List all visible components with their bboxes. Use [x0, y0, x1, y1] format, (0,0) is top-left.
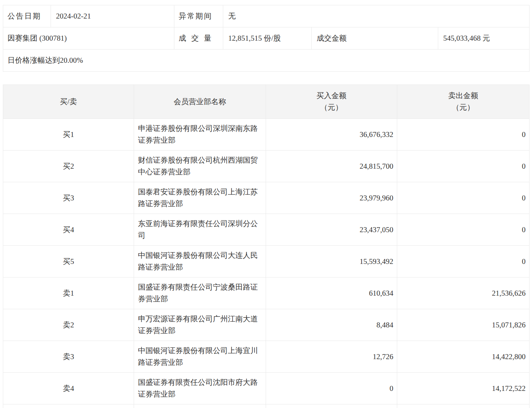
table-row: 卖3 中国银河证券股份有限公司上海宜川路证券营业部 12,726 14,422,… — [3, 341, 530, 373]
buy-amount-cell: 8,484 — [266, 309, 397, 341]
turnover-label: 成交金额 — [312, 27, 438, 50]
table-row: 买3 国泰君安证券股份有限公司上海江苏路证券营业部 23,979,960 0 — [3, 182, 530, 214]
lhb-header-row: 买/卖 会员营业部名称 买入金额 （元） 卖出金额 （元） — [3, 85, 530, 119]
side-cell: 买1 — [3, 119, 134, 151]
announce-date-label-cell: 公告日期 — [3, 5, 51, 27]
header-sell-title: 卖出金额 — [399, 90, 527, 102]
side-cell: 卖3 — [3, 341, 134, 373]
sell-amount-cell: 0 — [397, 246, 530, 277]
branch-cell: 国泰君安证券股份有限公司上海江苏路证券营业部 — [134, 182, 266, 214]
branch-cell: 东亚前海证券有限责任公司深圳分公司 — [134, 214, 266, 246]
table-row: 卖5 华鑫证券有限责任公司西安分公司 704,172 12,696,306 — [3, 404, 530, 408]
header-buy-unit: （元） — [268, 102, 395, 113]
sell-amount-cell: 0 — [397, 182, 530, 214]
lhb-table-header: 买/卖 会员营业部名称 买入金额 （元） 卖出金额 （元） — [3, 85, 530, 119]
volume-label-cell: 成交量 — [174, 27, 223, 50]
sell-amount-cell: 14,422,800 — [397, 341, 530, 373]
buy-amount-cell: 24,815,700 — [266, 151, 397, 182]
buy-amount-cell: 23,979,960 — [266, 182, 397, 214]
sell-amount-cell: 0 — [397, 151, 530, 182]
announce-date-label: 公告日期 — [7, 10, 40, 22]
table-row: 买2 财信证券股份有限公司杭州西湖国贸中心证券营业部 24,815,700 0 — [3, 151, 530, 182]
announce-date-value: 2024-02-21 — [51, 5, 174, 27]
header-buy-title: 买入金额 — [268, 90, 395, 102]
header-buy: 买入金额 （元） — [266, 85, 397, 119]
branch-cell: 申万宏源证券有限公司广州江南大道证券营业部 — [134, 309, 266, 341]
table-row: 买4 东亚前海证券有限责任公司深圳分公司 23,437,050 0 — [3, 214, 530, 246]
abnormal-period-label: 异常期间 — [179, 10, 211, 22]
header-side: 买/卖 — [3, 85, 134, 119]
stock-name: 因赛集团 (300781) — [3, 27, 174, 50]
branch-cell: 财信证券股份有限公司杭州西湖国贸中心证券营业部 — [134, 151, 266, 182]
buy-amount-cell: 15,593,492 — [266, 246, 397, 277]
side-cell: 买2 — [3, 151, 134, 182]
buy-amount-cell: 23,437,050 — [266, 214, 397, 246]
sell-amount-cell: 15,071,826 — [397, 309, 530, 341]
volume-label: 成交量 — [179, 32, 211, 44]
header-branch: 会员营业部名称 — [134, 85, 266, 119]
sell-amount-cell: 12,696,306 — [397, 404, 530, 408]
table-row: 卖4 国盛证券有限责任公司沈阳市府大路证券营业部 0 14,172,522 — [3, 373, 530, 404]
side-cell: 卖4 — [3, 373, 134, 404]
side-cell: 买5 — [3, 246, 134, 277]
buy-amount-cell: 12,726 — [266, 341, 397, 373]
side-cell: 卖2 — [3, 309, 134, 341]
table-row: 卖2 申万宏源证券有限公司广州江南大道证券营业部 8,484 15,071,82… — [3, 309, 530, 341]
table-row: 卖1 国盛证券有限责任公司宁波桑田路证券营业部 610,634 21,536,6… — [3, 277, 530, 309]
branch-cell: 国盛证券有限责任公司宁波桑田路证券营业部 — [134, 277, 266, 309]
lhb-table-body: 买1 申港证券股份有限公司深圳深南东路证券营业部 36,676,332 0 买2… — [3, 119, 530, 408]
buy-amount-cell: 36,676,332 — [266, 119, 397, 151]
branch-cell: 国盛证券有限责任公司沈阳市府大路证券营业部 — [134, 373, 266, 404]
abnormal-period-value: 无 — [223, 5, 530, 27]
branch-cell: 中国银河证券股份有限公司上海宜川路证券营业部 — [134, 341, 266, 373]
side-cell: 卖1 — [3, 277, 134, 309]
turnover-value: 545,033,468 元 — [438, 27, 530, 50]
reason-text: 日价格涨幅达到20.00% — [3, 50, 530, 72]
header-sell: 卖出金额 （元） — [397, 85, 530, 119]
lhb-table: 买/卖 会员营业部名称 买入金额 （元） 卖出金额 （元） 买1 申港证券股份有… — [3, 85, 530, 408]
side-cell: 买3 — [3, 182, 134, 214]
buy-amount-cell: 610,634 — [266, 277, 397, 309]
summary-row-volume: 因赛集团 (300781) 成交量 12,851,515 份/股 成交金额 54… — [3, 27, 530, 50]
summary-table: 公告日期 2024-02-21 异常期间 无 因赛集团 (300781) 成交量… — [3, 5, 530, 72]
sell-amount-cell: 14,172,522 — [397, 373, 530, 404]
buy-amount-cell: 704,172 — [266, 404, 397, 408]
disclosure-page: 公告日期 2024-02-21 异常期间 无 因赛集团 (300781) 成交量… — [0, 0, 532, 408]
table-row: 买1 申港证券股份有限公司深圳深南东路证券营业部 36,676,332 0 — [3, 119, 530, 151]
buy-amount-cell: 0 — [266, 373, 397, 404]
sell-amount-cell: 0 — [397, 214, 530, 246]
branch-cell: 申港证券股份有限公司深圳深南东路证券营业部 — [134, 119, 266, 151]
volume-value: 12,851,515 份/股 — [223, 27, 312, 50]
abnormal-period-label-cell: 异常期间 — [174, 5, 223, 27]
branch-cell: 中国银河证券股份有限公司大连人民路证券营业部 — [134, 246, 266, 277]
side-cell: 卖5 — [3, 404, 134, 408]
side-cell: 买4 — [3, 214, 134, 246]
header-sell-unit: （元） — [399, 102, 527, 113]
table-row: 买5 中国银河证券股份有限公司大连人民路证券营业部 15,593,492 0 — [3, 246, 530, 277]
sell-amount-cell: 0 — [397, 119, 530, 151]
sell-amount-cell: 21,536,626 — [397, 277, 530, 309]
summary-row-reason: 日价格涨幅达到20.00% — [3, 50, 530, 72]
branch-cell: 华鑫证券有限责任公司西安分公司 — [134, 404, 266, 408]
summary-row-date: 公告日期 2024-02-21 异常期间 无 — [3, 5, 530, 27]
